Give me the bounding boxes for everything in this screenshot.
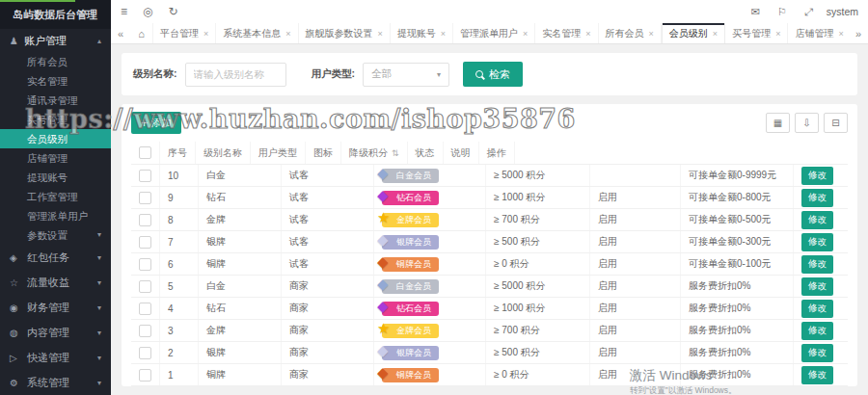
sidebar-submenu-item[interactable]: 工作室管理 ▾ (0, 187, 111, 206)
close-icon[interactable]: × (378, 29, 383, 39)
close-icon[interactable]: × (585, 29, 590, 39)
sidebar-top-groups: ◈ 红包任务 ▾ ☆ 流量收益 ▾ ◉ 财务管理 ▾ ◍ (0, 245, 111, 395)
sidebar-submenu-item[interactable]: 所有会员 ▾ (0, 52, 111, 71)
print-icon[interactable]: ⊟ (824, 113, 848, 133)
sidebar-group-item[interactable]: ☆ 流量收益 ▾ (0, 270, 111, 295)
user-type-select[interactable]: 全部 ▾ (363, 63, 449, 87)
main-area: ≡ ◎ ↻ ✉ ⚐ ⤢ system « ⌂ 平台管理 × 系统基 (111, 0, 868, 395)
edit-button[interactable]: 修改 (801, 277, 833, 296)
row-checkbox[interactable] (139, 214, 151, 226)
sidebar-group-item[interactable]: ◉ 财务管理 ▾ (0, 295, 111, 320)
message-icon[interactable]: ✉ (751, 6, 760, 18)
row-checkbox[interactable] (139, 347, 151, 359)
row-checkbox[interactable] (139, 236, 151, 249)
page-tab[interactable]: 实名管理 × (535, 23, 598, 43)
page-tab[interactable]: 会员级别 × (662, 23, 725, 43)
collapse-tabs-icon[interactable]: « (111, 23, 130, 43)
page-tab[interactable]: 平台管理 × (153, 23, 216, 43)
edit-button[interactable]: 修改 (801, 211, 833, 229)
user-type: 试客 (282, 253, 374, 275)
row-checkbox[interactable] (139, 170, 151, 182)
level-badge-cell: ◆ 钻石会员 (374, 187, 486, 208)
fullscreen-icon[interactable]: ⤢ (804, 6, 813, 18)
sidebar-submenu-item[interactable]: 实名管理 ▾ (0, 71, 111, 91)
sidebar-submenu-item[interactable]: 店铺管理 ▾ (0, 148, 111, 168)
edit-button[interactable]: 修改 (801, 189, 833, 207)
level-badge: ◆ 铜牌会员 (382, 368, 439, 382)
sort-icon[interactable]: ⇅ (392, 148, 399, 158)
row-index: 6 (160, 253, 199, 275)
level-name-label: 级别名称: (133, 67, 177, 81)
close-icon[interactable]: × (713, 29, 718, 39)
sidebar-submenu-item[interactable]: 提现账号 ▾ (0, 168, 111, 187)
export-icon[interactable]: ⇩ (795, 113, 819, 133)
table-row: 7 银牌 试客 ◆ 银牌会员 ≥ 500 积分 (131, 231, 848, 253)
close-icon[interactable]: × (838, 29, 843, 39)
level-name-input[interactable] (185, 63, 286, 87)
row-checkbox[interactable] (139, 192, 151, 204)
refresh-icon[interactable]: ↻ (169, 5, 178, 18)
table-toolbar: + 添加 ▦ ⇩ ⊟ (131, 112, 848, 134)
page-tab[interactable]: 系统基本信息 × (216, 23, 298, 43)
badge-gem-icon: ★ (377, 210, 390, 224)
level-badge-cell: ★ 金牌会员 (374, 320, 486, 341)
menu-fold-icon[interactable]: ≡ (121, 5, 127, 18)
badge-gem-icon: ◆ (377, 343, 389, 357)
row-checkbox[interactable] (139, 303, 151, 315)
add-button[interactable]: + 添加 (131, 112, 181, 134)
sidebar-group-item[interactable]: ▷ 快递管理 ▾ (0, 345, 111, 370)
page-tab-label: 旗舰版参数设置 (306, 27, 373, 40)
clear-cache-icon[interactable]: ⚐ (777, 6, 787, 18)
edit-button[interactable]: 修改 (801, 255, 833, 274)
sidebar-submenu-item[interactable]: 买号管理 ▾ (0, 110, 111, 129)
table-row: 5 白金 商家 ◆ 白金会员 ≥ 5000 积分 (131, 276, 848, 298)
home-tab-icon[interactable]: ⌂ (130, 23, 153, 43)
sidebar-submenu-item[interactable]: 参数设置 ▾ (0, 225, 111, 245)
column-header: 序号 ⇅ (160, 142, 196, 164)
sidebar-group-item[interactable]: ⚙ 系统管理 ▾ (0, 370, 111, 395)
page-tab[interactable]: 管理派单用户 × (453, 23, 535, 43)
column-header: 级别名称 ⇅ (196, 142, 251, 164)
sidebar-submenu-item[interactable]: 会员级别 ▾ (0, 129, 111, 148)
page-tab[interactable]: 提现账号 × (391, 23, 453, 43)
edit-button[interactable]: 修改 (801, 167, 833, 185)
filter-columns-icon[interactable]: ▦ (766, 113, 790, 133)
close-icon[interactable]: × (203, 29, 208, 39)
page-tab[interactable]: 店铺管理 × (788, 23, 849, 43)
close-icon[interactable]: × (523, 29, 528, 39)
row-checkbox[interactable] (139, 280, 151, 293)
sidebar-submenu-item-label: 所有会员 (27, 52, 68, 71)
close-icon[interactable]: × (649, 29, 654, 39)
expand-tabs-icon[interactable]: » (849, 23, 868, 43)
close-icon[interactable]: × (441, 29, 446, 39)
theme-icon[interactable]: ◎ (143, 5, 152, 18)
search-button[interactable]: 检索 (463, 62, 523, 87)
page-tab[interactable]: 旗舰版参数设置 × (299, 23, 391, 43)
sidebar-group-account[interactable]: ♟ 账户管理 ▴ (0, 29, 111, 52)
edit-button[interactable]: 修改 (801, 322, 833, 340)
row-checkbox[interactable] (139, 369, 151, 382)
edit-button[interactable]: 修改 (801, 233, 833, 251)
page-tab[interactable]: 所有会员 × (599, 23, 662, 43)
sidebar-group-item-label: 系统管理 (27, 376, 69, 390)
sidebar-group-item-label: 财务管理 (27, 301, 69, 315)
page-tab[interactable]: 买号管理 × (725, 23, 788, 43)
sidebar-group-item[interactable]: ◍ 内容管理 ▾ (0, 320, 111, 345)
select-all-checkbox[interactable] (139, 146, 151, 159)
close-icon[interactable]: × (285, 29, 290, 39)
sidebar-group-item[interactable]: ◈ 红包任务 ▾ (0, 245, 111, 270)
sidebar-submenu-item[interactable]: 通讯录管理 ▾ (0, 91, 111, 110)
row-index: 9 (160, 187, 199, 208)
row-select-cell (131, 165, 160, 186)
row-checkbox[interactable] (139, 258, 151, 271)
user-type-label: 用户类型: (312, 67, 356, 81)
current-user[interactable]: system (827, 6, 858, 17)
edit-button[interactable]: 修改 (801, 300, 833, 318)
close-icon[interactable]: × (775, 29, 780, 39)
sidebar-submenu-item[interactable]: 管理派单用户 ▾ (0, 206, 111, 225)
edit-button[interactable]: 修改 (801, 344, 833, 362)
edit-button[interactable]: 修改 (801, 366, 833, 384)
sidebar: 岛屿数据后台管理 ♟ 账户管理 ▴ 所有会员 ▾ 实名管理 ▾ 通讯录管理 (0, 0, 111, 395)
column-header: 说明 ⇅ (444, 142, 479, 164)
row-checkbox[interactable] (139, 325, 151, 337)
